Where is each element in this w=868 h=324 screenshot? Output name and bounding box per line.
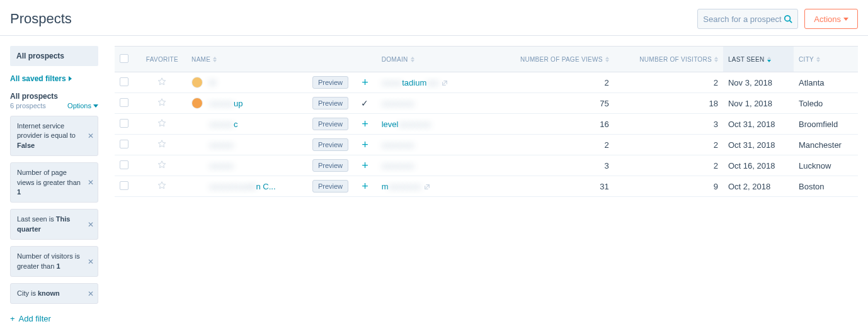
city-cell: Boston	[794, 176, 858, 197]
last-seen-cell: Oct 31, 2018	[723, 135, 794, 155]
col-checkbox[interactable]	[115, 47, 138, 72]
filter-chip[interactable]: City is known✕	[10, 283, 98, 304]
checkbox-icon[interactable]	[120, 160, 128, 169]
city-cell: Broomfield	[794, 114, 858, 135]
filter-text: City is known	[17, 289, 60, 297]
col-domain[interactable]: DOMAIN	[377, 47, 505, 72]
filter-text: Number of page views is greater than 1	[17, 169, 81, 196]
col-favorite[interactable]: FAVORITE	[138, 47, 186, 72]
filter-chip[interactable]: Number of page views is greater than 1✕	[10, 162, 98, 203]
favorite-toggle[interactable]	[138, 155, 186, 176]
sort-icon	[213, 57, 217, 62]
row-checkbox[interactable]	[115, 176, 138, 197]
prospect-name-link[interactable]: xxxxxxc	[209, 120, 238, 129]
domain-link[interactable]: mxxxxxxxx	[382, 182, 421, 191]
favorite-toggle[interactable]	[138, 114, 186, 135]
table-row[interactable]: xxxxxxPreview+xxxxxxxx22Oct 31, 2018Manc…	[115, 135, 858, 155]
sort-icon	[411, 57, 414, 62]
row-checkbox[interactable]	[115, 155, 138, 176]
sort-icon	[605, 57, 609, 62]
svg-point-0	[785, 16, 791, 21]
page-views-cell: 75	[505, 93, 614, 114]
preview-button[interactable]: Preview	[312, 118, 348, 130]
prospect-name-link[interactable]: xxxxxx	[209, 140, 234, 150]
checkbox-icon[interactable]	[120, 119, 128, 128]
add-button[interactable]: +	[353, 135, 377, 155]
saved-filters-link[interactable]: All saved filters	[10, 74, 72, 83]
close-icon[interactable]: ✕	[88, 256, 94, 267]
plus-icon: +	[10, 315, 15, 323]
table-row[interactable]: xxxxxxupPreview✓xxxxxxxx7518Nov 1, 2018T…	[115, 93, 858, 114]
preview-button[interactable]: Preview	[312, 97, 348, 109]
city-cell: Atlanta	[794, 72, 858, 93]
filter-chip[interactable]: Internet service provider is equal to Fa…	[10, 116, 98, 156]
close-icon[interactable]: ✕	[88, 177, 94, 188]
add-filter-button[interactable]: + Add filter	[10, 314, 51, 323]
options-link[interactable]: Options	[67, 102, 98, 109]
table-row[interactable]: xxxxxxPreview+xxxxxxxx32Oct 16, 2018Luck…	[115, 155, 858, 176]
col-page-views[interactable]: NUMBER OF PAGE VIEWS	[505, 47, 614, 72]
prospect-name-link[interactable]: M	[209, 78, 216, 87]
domain-cell: xxxxxxxx	[377, 93, 505, 114]
checkbox-icon[interactable]	[120, 54, 128, 63]
col-city[interactable]: CITY	[794, 47, 858, 72]
domain-link[interactable]: levelxxxxxxxx	[382, 120, 431, 129]
row-checkbox[interactable]	[115, 135, 138, 155]
favorite-toggle[interactable]	[138, 93, 186, 114]
prospect-name-link[interactable]: xxxxxx	[209, 161, 234, 170]
prospect-count: 6 prospects	[10, 102, 46, 109]
col-name[interactable]: NAME	[186, 47, 353, 72]
table-row[interactable]: xxxxxxnusettn C...Preview+mxxxxxxxx319Oc…	[115, 176, 858, 197]
close-icon[interactable]: ✕	[88, 219, 94, 230]
domain-link[interactable]: xxxxxxxx	[382, 161, 414, 170]
add-button[interactable]: +	[353, 114, 377, 135]
preview-button[interactable]: Preview	[312, 159, 348, 172]
checkbox-icon[interactable]	[120, 140, 128, 148]
search-input[interactable]	[703, 14, 784, 24]
add-button[interactable]: +	[353, 155, 377, 176]
preview-button[interactable]: Preview	[312, 180, 348, 193]
page-title: Prospects	[10, 11, 72, 27]
domain-cell: levelxxxxxxxx	[377, 114, 505, 135]
added-icon: ✓	[353, 93, 377, 114]
prospect-name-link[interactable]: xxxxxxnusettn C...	[209, 182, 276, 191]
city-cell: Toledo	[794, 93, 858, 114]
checkbox-icon[interactable]	[120, 98, 128, 107]
domain-link[interactable]: xxxxxxxx	[382, 99, 414, 108]
preview-button[interactable]: Preview	[312, 76, 348, 89]
name-cell: xxxxxxPreview	[186, 155, 353, 176]
checkbox-icon[interactable]	[120, 77, 128, 86]
add-button[interactable]: +	[353, 176, 377, 197]
actions-button[interactable]: Actions	[804, 9, 858, 29]
table-row[interactable]: MPreview+xxxxxtadiumxxx22Nov 3, 2018Atla…	[115, 72, 858, 93]
search-input-wrapper[interactable]	[697, 9, 798, 29]
row-checkbox[interactable]	[115, 72, 138, 93]
last-seen-cell: Nov 1, 2018	[723, 93, 794, 114]
row-checkbox[interactable]	[115, 114, 138, 135]
close-icon[interactable]: ✕	[88, 131, 94, 142]
row-checkbox[interactable]	[115, 93, 138, 114]
avatar	[191, 181, 203, 192]
domain-link[interactable]: xxxxxtadiumxxx	[382, 78, 439, 87]
close-icon[interactable]: ✕	[88, 288, 94, 299]
actions-label: Actions	[814, 14, 841, 24]
table-row[interactable]: xxxxxxcPreview+levelxxxxxxxx163Oct 31, 2…	[115, 114, 858, 135]
page-views-cell: 31	[505, 176, 614, 197]
domain-link[interactable]: xxxxxxxx	[382, 140, 414, 150]
last-seen-cell: Oct 31, 2018	[723, 114, 794, 135]
checkbox-icon[interactable]	[120, 181, 128, 190]
preview-button[interactable]: Preview	[312, 138, 348, 151]
sort-icon	[767, 57, 771, 62]
prospect-name-link[interactable]: xxxxxxup	[209, 99, 243, 108]
domain-cell: xxxxxxxx	[377, 155, 505, 176]
col-visitors[interactable]: NUMBER OF VISITORS	[614, 47, 723, 72]
favorite-toggle[interactable]	[138, 176, 186, 197]
favorite-toggle[interactable]	[138, 72, 186, 93]
sidebar-tab-all-prospects[interactable]: All prospects	[10, 46, 98, 66]
add-button[interactable]: +	[353, 72, 377, 93]
col-last-seen[interactable]: LAST SEEN	[723, 47, 794, 72]
filter-chip[interactable]: Number of visitors is greater than 1✕	[10, 246, 98, 277]
favorite-toggle[interactable]	[138, 135, 186, 155]
search-icon	[784, 14, 792, 23]
filter-chip[interactable]: Last seen is This quarter✕	[10, 209, 98, 240]
